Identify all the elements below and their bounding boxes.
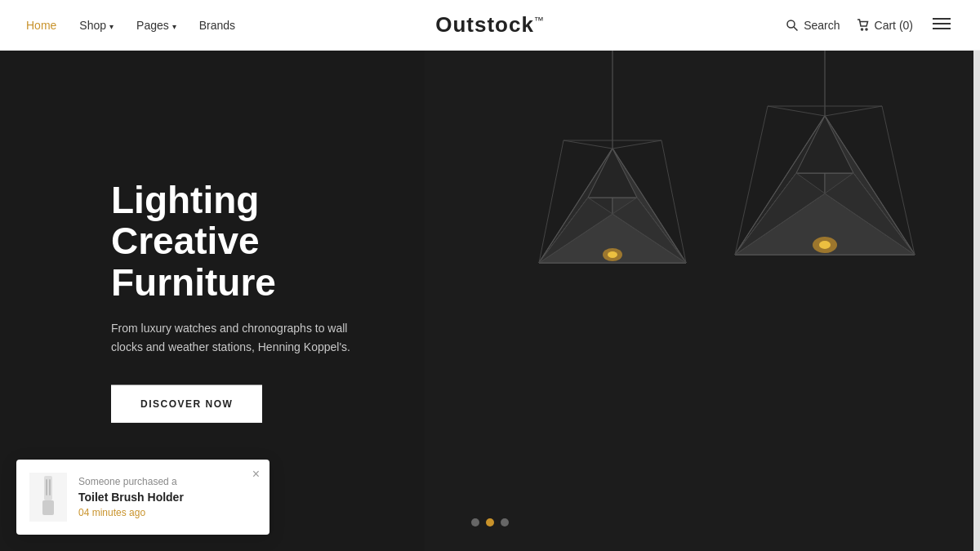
nav-item-home[interactable]: Home [26,18,56,33]
nav-link-shop[interactable]: Shop▾ [79,19,114,32]
header-actions: Search Cart (0) [786,12,954,38]
hero-description: From luxury watches and chronographs to … [111,319,356,356]
hero-title: Lighting Creative Furniture [111,179,421,303]
nav-link-pages[interactable]: Pages▾ [136,19,176,32]
slider-dot-2[interactable] [486,518,494,527]
nav-link-home[interactable]: Home [26,19,56,32]
cart-icon [857,19,870,32]
svg-rect-54 [44,476,52,500]
svg-rect-57 [49,479,51,495]
notification-text: Someone purchased a Toilet Brush Holder … [78,476,256,518]
slider-dot-3[interactable] [501,518,509,527]
hero-content: Lighting Creative Furniture From luxury … [111,179,421,423]
svg-point-25 [608,251,617,258]
search-button[interactable]: Search [786,19,840,32]
discover-now-button[interactable]: DISCOVER NOW [111,385,262,423]
nav-item-brands[interactable]: Brands [199,18,235,33]
notification-time: 04 minutes ago [78,507,256,518]
nav-link-brands[interactable]: Brands [199,19,235,32]
chevron-down-icon: ▾ [172,22,176,31]
slider-dot-1[interactable] [471,518,479,527]
notification-someone: Someone purchased a [78,476,256,487]
svg-point-3 [866,29,867,30]
notification-product: Toilet Brush Holder [78,491,256,504]
svg-point-2 [861,29,862,30]
nav-item-shop[interactable]: Shop▾ [79,18,114,33]
nav-item-pages[interactable]: Pages▾ [136,18,176,33]
hamburger-menu-button[interactable] [929,12,954,38]
purchase-notification: Someone purchased a Toilet Brush Holder … [16,460,270,535]
svg-point-48 [819,241,831,249]
product-image-icon [36,476,60,518]
svg-rect-7 [425,51,980,551]
search-icon [786,19,799,32]
notification-close-button[interactable]: × [252,468,260,481]
product-thumbnail [29,473,67,522]
svg-rect-55 [42,500,54,515]
site-header: Home Shop▾ Pages▾ Brands Outstock™ [0,0,980,51]
svg-line-1 [794,27,798,31]
svg-rect-56 [46,479,47,495]
cart-button[interactable]: Cart (0) [857,19,913,32]
chevron-down-icon: ▾ [109,22,114,31]
scrollbar-track [973,0,980,551]
nav-left: Home Shop▾ Pages▾ Brands [26,18,235,33]
menu-icon [933,17,951,30]
slider-dots [471,518,509,527]
site-logo[interactable]: Outstock™ [435,12,545,38]
hero-section: Lighting Creative Furniture From luxury … [0,51,980,551]
main-nav: Home Shop▾ Pages▾ Brands [26,18,235,33]
hero-image [425,51,980,551]
svg-point-0 [787,20,795,28]
